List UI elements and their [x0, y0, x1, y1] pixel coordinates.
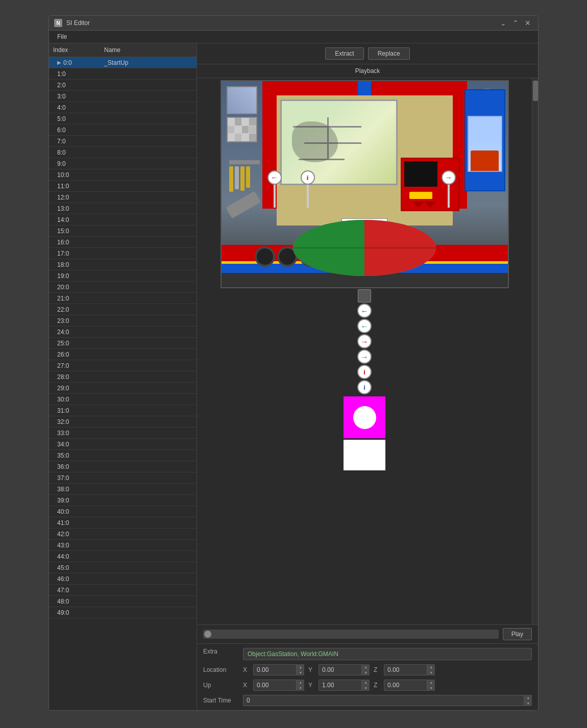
vertical-scrollbar[interactable] — [532, 78, 538, 624]
magenta-block — [344, 396, 385, 438]
sidebar-row-31[interactable]: 31:0 — [49, 405, 197, 416]
playback-section: Playback — [197, 64, 538, 643]
sidebar-row-42[interactable]: 42:0 — [49, 529, 197, 540]
sidebar-row-9[interactable]: 9:0 — [49, 158, 197, 169]
scrollbar-thumb[interactable] — [533, 81, 538, 101]
sidebar-row-10[interactable]: 10:0 — [49, 169, 197, 181]
sidebar-row-7[interactable]: 7:0 — [49, 136, 197, 147]
up-x-dn[interactable]: ▾ — [297, 685, 304, 691]
sidebar-row-22[interactable]: 22:0 — [49, 304, 197, 315]
sidebar-row-43[interactable]: 43:0 — [49, 540, 197, 551]
sidebar-row-36[interactable]: 36:0 — [49, 461, 197, 472]
minimize-button[interactable]: ⌄ — [498, 19, 508, 27]
loc-z-dn[interactable]: ▾ — [427, 670, 435, 675]
sidebar-row-17[interactable]: 17:0 — [49, 248, 197, 259]
icon-red-right[interactable]: → — [357, 334, 372, 348]
sidebar-row-26[interactable]: 26:0 — [49, 349, 197, 360]
start-time-input[interactable] — [243, 695, 532, 706]
sidebar-row-23[interactable]: 23:0 — [49, 315, 197, 327]
loc-x-up[interactable]: ▴ — [297, 664, 304, 670]
sidebar-row-33[interactable]: 33:0 — [49, 428, 197, 439]
sidebar-row-48[interactable]: 48:0 — [49, 596, 197, 607]
loc-z-up[interactable]: ▴ — [427, 664, 435, 670]
menu-file[interactable]: File — [54, 32, 70, 41]
up-y-up[interactable]: ▴ — [362, 680, 370, 685]
sidebar-row-15[interactable]: 15:0 — [49, 225, 197, 237]
sign-post-info — [307, 185, 309, 208]
play-button[interactable]: Play — [503, 628, 532, 640]
maximize-button[interactable]: ⌃ — [510, 19, 521, 27]
sidebar-row-2[interactable]: 2:0 — [49, 80, 197, 91]
playback-content[interactable]: ← i → — [197, 78, 532, 624]
progress-bar[interactable] — [203, 630, 499, 639]
sidebar-row-37[interactable]: 37:0 — [49, 472, 197, 484]
scene-image: ← i → — [221, 80, 509, 288]
sidebar-row-3[interactable]: 3:0 — [49, 91, 197, 102]
sidebar-row-38[interactable]: 38:0 — [49, 484, 197, 495]
sidebar[interactable]: Index Name ▶ 0:0 _StartUp 1:0 2:0 — [49, 43, 197, 710]
index-cell-37: 37:0 — [49, 474, 100, 482]
progress-thumb[interactable] — [204, 631, 211, 638]
sidebar-row-20[interactable]: 20:0 — [49, 282, 197, 293]
loc-y-up[interactable]: ▴ — [362, 664, 370, 670]
sidebar-row-30[interactable]: 30:0 — [49, 394, 197, 405]
sidebar-row-1[interactable]: 1:0 — [49, 68, 197, 80]
extra-label: Extra — [203, 648, 239, 655]
sidebar-row-27[interactable]: 27:0 — [49, 360, 197, 371]
extract-button[interactable]: Extract — [325, 47, 363, 60]
sidebar-row-6[interactable]: 6:0 — [49, 124, 197, 136]
sidebar-row-14[interactable]: 14:0 — [49, 214, 197, 225]
index-cell-3: 3:0 — [49, 93, 100, 100]
title-bar-left: N SI Editor — [54, 19, 90, 27]
icon-green-right[interactable]: → — [357, 349, 372, 364]
sidebar-row-29[interactable]: 29:0 — [49, 383, 197, 394]
sidebar-row-34[interactable]: 34:0 — [49, 439, 197, 450]
up-z-up[interactable]: ▴ — [427, 680, 435, 685]
icon-green-left[interactable]: ← — [357, 319, 372, 333]
sidebar-row-39[interactable]: 39:0 — [49, 495, 197, 506]
up-y-dn[interactable]: ▾ — [362, 685, 370, 691]
up-x-up[interactable]: ▴ — [297, 680, 304, 685]
index-cell-32: 32:0 — [49, 418, 100, 425]
sidebar-row-24[interactable]: 24:0 — [49, 327, 197, 338]
loc-x-dn[interactable]: ▾ — [297, 670, 304, 675]
icon-info-blue[interactable]: i — [357, 380, 372, 394]
sidebar-row-5[interactable]: 5:0 — [49, 113, 197, 124]
index-cell-49: 49:0 — [49, 609, 100, 616]
sidebar-row-13[interactable]: 13:0 — [49, 203, 197, 214]
sidebar-row-44[interactable]: 44:0 — [49, 551, 197, 562]
app-icon: N — [54, 19, 62, 27]
sidebar-row-16[interactable]: 16:0 — [49, 237, 197, 248]
sidebar-row-32[interactable]: 32:0 — [49, 416, 197, 428]
sidebar-row-47[interactable]: 47:0 — [49, 585, 197, 596]
sign-right: → — [442, 170, 456, 208]
sidebar-row-45[interactable]: 45:0 — [49, 562, 197, 573]
sidebar-row-12[interactable]: 12:0 — [49, 192, 197, 203]
sidebar-row-28[interactable]: 28:0 — [49, 371, 197, 383]
sidebar-row-40[interactable]: 40:0 — [49, 506, 197, 517]
start-time-up[interactable]: ▴ — [524, 695, 532, 700]
sidebar-row-46[interactable]: 46:0 — [49, 573, 197, 585]
sidebar-row-35[interactable]: 35:0 — [49, 450, 197, 461]
sidebar-row-21[interactable]: 21:0 — [49, 293, 197, 304]
up-row: Up X ▴ ▾ Y ▴ — [203, 680, 532, 691]
icon-info-red[interactable]: i — [357, 365, 372, 379]
sidebar-row-4[interactable]: 4:0 — [49, 102, 197, 113]
sidebar-row-19[interactable]: 19:0 — [49, 270, 197, 282]
up-z-dn[interactable]: ▾ — [427, 685, 435, 691]
extra-value-input[interactable] — [243, 648, 532, 660]
replace-button[interactable]: Replace — [368, 47, 410, 60]
sidebar-row-41[interactable]: 41:0 — [49, 517, 197, 529]
right-arrow-sign: → — [442, 170, 456, 185]
sidebar-row-18[interactable]: 18:0 — [49, 259, 197, 270]
sidebar-row-11[interactable]: 11:0 — [49, 181, 197, 192]
loc-y-dn[interactable]: ▾ — [362, 670, 370, 675]
sidebar-row-0[interactable]: ▶ 0:0 _StartUp — [49, 57, 197, 68]
sidebar-row-25[interactable]: 25:0 — [49, 338, 197, 349]
icon-thumbnail[interactable] — [358, 289, 371, 303]
icon-red-left[interactable]: ← — [357, 304, 372, 318]
sidebar-row-8[interactable]: 8:0 — [49, 147, 197, 158]
close-button[interactable]: ✕ — [523, 19, 533, 27]
sidebar-row-49[interactable]: 49:0 — [49, 607, 197, 618]
start-time-dn[interactable]: ▾ — [524, 700, 532, 706]
